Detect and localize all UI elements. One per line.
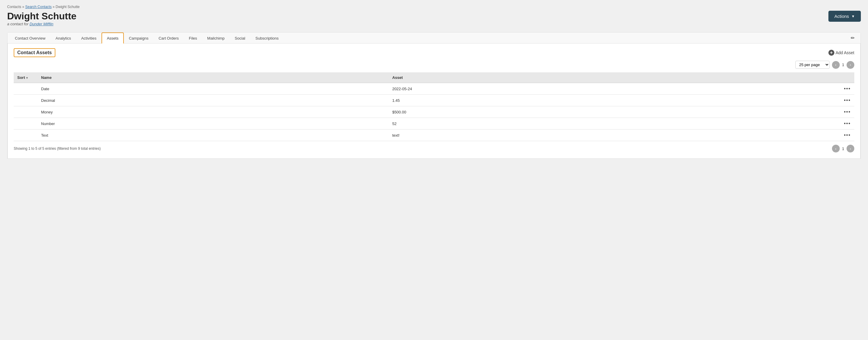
row-sort-cell <box>14 106 37 118</box>
breadcrumb: Contacts » Search Contacts » Dwight Schu… <box>7 5 861 9</box>
row-asset: text! <box>389 129 836 141</box>
table-row: Number 52 ••• <box>14 118 854 129</box>
edit-icon[interactable]: ✏ <box>847 33 858 43</box>
chevron-down-icon: ▼ <box>851 14 855 19</box>
col-name: Name <box>37 72 389 83</box>
footer-pagination: ‹ 1 › <box>832 145 854 152</box>
tabs-container: Contact Overview Analytics Activities As… <box>7 32 861 159</box>
more-options-icon[interactable]: ••• <box>840 109 851 115</box>
table-row: Money $500.00 ••• <box>14 106 854 118</box>
row-name: Date <box>37 83 389 95</box>
footer-prev-page-button[interactable]: ‹ <box>832 145 840 152</box>
tabs-bar: Contact Overview Analytics Activities As… <box>7 32 861 43</box>
tab-cart-orders[interactable]: Cart Orders <box>154 33 184 43</box>
row-asset: 52 <box>389 118 836 129</box>
tab-activities[interactable]: Activities <box>76 33 101 43</box>
per-page-select[interactable]: 25 per page 50 per page 100 per page <box>795 61 830 69</box>
subtitle-prefix: a contact for <box>7 22 29 26</box>
table-row: Decimal 1.45 ••• <box>14 95 854 106</box>
table-header-row: Sort ▾ Name Asset <box>14 72 854 83</box>
row-more-options[interactable]: ••• <box>836 106 854 118</box>
row-asset: 1.45 <box>389 95 836 106</box>
tab-mailchimp[interactable]: Mailchimp <box>202 33 230 43</box>
row-more-options[interactable]: ••• <box>836 95 854 106</box>
tab-assets[interactable]: Assets <box>101 32 124 43</box>
row-name: Text <box>37 129 389 141</box>
col-actions <box>836 72 854 83</box>
contact-subtitle: a contact for Dunder Mifflin <box>7 22 76 26</box>
sort-arrow-icon: ▾ <box>26 76 28 80</box>
more-options-icon[interactable]: ••• <box>840 132 851 138</box>
table-row: Date 2022-05-24 ••• <box>14 83 854 95</box>
footer-next-page-button[interactable]: › <box>846 145 854 152</box>
col-sort[interactable]: Sort ▾ <box>14 72 37 83</box>
col-asset: Asset <box>389 72 836 83</box>
prev-page-button[interactable]: ‹ <box>832 61 840 69</box>
plus-icon: + <box>829 50 834 56</box>
row-name: Number <box>37 118 389 129</box>
current-page: 1 <box>842 63 844 67</box>
table-footer: Showing 1 to 5 of 5 entries (filtered fr… <box>14 141 854 152</box>
tab-analytics[interactable]: Analytics <box>51 33 76 43</box>
actions-button[interactable]: Actions ▼ <box>829 11 861 22</box>
tab-social[interactable]: Social <box>230 33 250 43</box>
table-row: Text text! ••• <box>14 129 854 141</box>
section-title: Contact Assets <box>14 48 55 57</box>
more-options-icon[interactable]: ••• <box>840 98 851 103</box>
row-sort-cell <box>14 118 37 129</box>
section-header: Contact Assets + Add Asset <box>14 48 854 57</box>
row-more-options[interactable]: ••• <box>836 118 854 129</box>
row-sort-cell <box>14 95 37 106</box>
add-asset-button[interactable]: + Add Asset <box>829 50 854 56</box>
add-asset-label: Add Asset <box>836 50 854 55</box>
row-sort-cell <box>14 83 37 95</box>
assets-table: Sort ▾ Name Asset Date 2022-05-24 ••• De… <box>14 72 854 141</box>
row-name: Money <box>37 106 389 118</box>
row-asset: 2022-05-24 <box>389 83 836 95</box>
tab-files[interactable]: Files <box>184 33 202 43</box>
actions-label: Actions <box>834 14 849 19</box>
more-options-icon[interactable]: ••• <box>840 86 851 91</box>
more-options-icon[interactable]: ••• <box>840 121 851 126</box>
company-link[interactable]: Dunder Mifflin <box>29 22 53 26</box>
breadcrumb-root: Contacts <box>7 5 21 9</box>
row-more-options[interactable]: ••• <box>836 129 854 141</box>
pagination-controls: 25 per page 50 per page 100 per page ‹ 1… <box>14 61 854 69</box>
row-name: Decimal <box>37 95 389 106</box>
row-sort-cell <box>14 129 37 141</box>
breadcrumb-search-contacts[interactable]: Search Contacts <box>25 5 52 9</box>
footer-current-page: 1 <box>842 147 844 151</box>
page-title: Dwight Schutte <box>7 11 76 22</box>
next-page-button[interactable]: › <box>846 61 854 69</box>
row-asset: $500.00 <box>389 106 836 118</box>
breadcrumb-current: Dwight Schutte <box>56 5 80 9</box>
showing-text: Showing 1 to 5 of 5 entries (filtered fr… <box>14 147 101 151</box>
tab-campaigns[interactable]: Campaigns <box>124 33 154 43</box>
row-more-options[interactable]: ••• <box>836 83 854 95</box>
breadcrumb-sep2: » <box>53 5 56 9</box>
content-area: Contact Assets + Add Asset 25 per page 5… <box>7 43 861 159</box>
tab-subscriptions[interactable]: Subscriptions <box>250 33 284 43</box>
tab-contact-overview[interactable]: Contact Overview <box>10 33 51 43</box>
breadcrumb-sep1: » <box>22 5 25 9</box>
